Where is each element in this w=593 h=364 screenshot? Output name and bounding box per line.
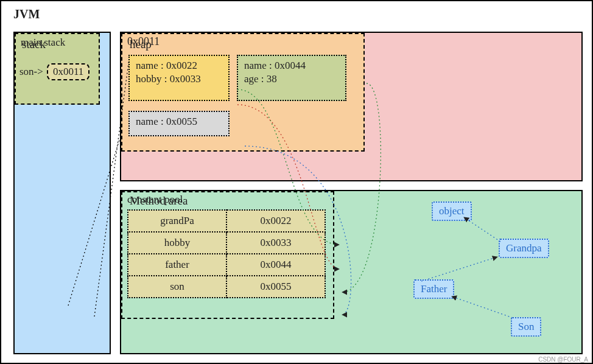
jvm-diagram: JVM stack main stack son-> 0x0011 heap 0… [0,0,593,364]
main-stack-label: main stack [21,37,65,49]
class-father: Father [413,279,454,299]
table-row: hobby0x0033 [128,232,325,254]
heap-area: heap 0x0011 name : 0x0022 hobby : 0x0033… [120,32,583,181]
constant-pool-table: grandPa0x0022 hobby0x0033 father0x0044 s… [127,209,326,298]
table-row: grandPa0x0022 [128,210,325,232]
class-object: object [432,201,472,221]
father-fields: name : 0x0044 age : 38 [237,55,346,101]
constant-pool-title: constant pool [127,194,183,206]
pool-key: son [128,276,226,298]
son-fields: name : 0x0022 hobby : 0x0033 [128,55,230,101]
stack-var-name: son-> [19,66,43,78]
stack-var-value: 0x0011 [47,63,89,80]
pool-val: 0x0055 [226,276,325,298]
jvm-title: JVM [13,7,40,21]
pool-val: 0x0022 [226,210,325,232]
pool-key: hobby [128,232,226,254]
pool-key: grandPa [128,210,226,232]
heap-object: 0x0011 name : 0x0022 hobby : 0x0033 name… [121,33,365,152]
class-son: Son [511,317,541,337]
father-name-field: name : 0x0044 [244,60,339,72]
table-row: father0x0044 [128,254,325,276]
son-name-field: name : 0x0022 [136,60,222,72]
father-age-field: age : 38 [244,73,339,85]
pool-val: 0x0033 [226,232,325,254]
stack-area: stack main stack son-> 0x0011 [13,32,111,354]
heap-object-address: 0x0011 [127,35,160,48]
stack-variable-row: son-> 0x0011 [19,63,89,80]
grandpa-fields: name : 0x0055 [128,111,230,136]
main-stack-frame: main stack son-> 0x0011 [15,33,100,105]
pool-key: father [128,254,226,276]
table-row: son0x0055 [128,276,325,298]
constant-pool: constant pool grandPa0x0022 hobby0x0033 … [121,191,334,319]
grandpa-name-field: name : 0x0055 [136,116,222,128]
class-grandpa: Grandpa [499,239,549,258]
pool-val: 0x0044 [226,254,325,276]
method-area: Method area constant pool grandPa0x0022 … [120,190,583,354]
watermark: CSDN @FOUR_A [538,356,588,363]
son-hobby-field: hobby : 0x0033 [136,73,222,85]
